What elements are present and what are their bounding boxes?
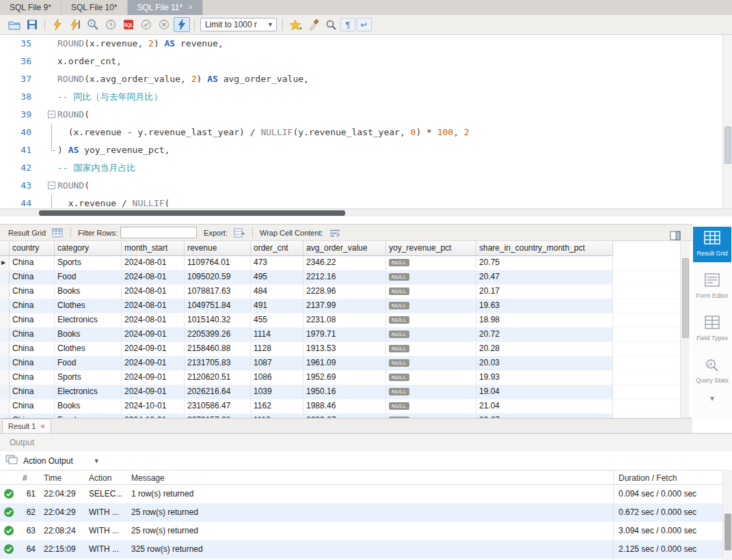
- grid-cell[interactable]: 495: [251, 270, 303, 284]
- editor-line[interactable]: 41) AS yoy_revenue_pct,: [0, 141, 732, 159]
- grid-cell[interactable]: Books: [55, 328, 122, 341]
- grid-cell[interactable]: Sports: [55, 371, 122, 384]
- grid-cell[interactable]: 1109764.01: [185, 256, 251, 270]
- grid-row[interactable]: ChinaFood2024-08-011095020.594952212.16N…: [0, 270, 680, 285]
- commit-icon[interactable]: [138, 17, 154, 32]
- grid-cell[interactable]: NULL: [386, 371, 476, 384]
- scrollbar-thumb[interactable]: [682, 258, 689, 338]
- rollback-icon[interactable]: [156, 17, 172, 32]
- grid-cell[interactable]: 2131705.83: [185, 356, 251, 370]
- tab-sql-file-10[interactable]: SQL File 10*: [62, 0, 128, 15]
- explain-icon[interactable]: [85, 17, 101, 32]
- grid-cell[interactable]: 20.72: [476, 328, 613, 341]
- grid-cell[interactable]: 1952.69: [303, 371, 386, 384]
- grid-cell[interactable]: Electronics: [55, 313, 122, 327]
- sidebar-item-field-types[interactable]: Field Types: [693, 311, 731, 347]
- grid-row[interactable]: ChinaBooks2024-09-012205399.2611141979.7…: [0, 328, 680, 342]
- grid-cell[interactable]: China: [10, 299, 55, 313]
- grid-cell[interactable]: China: [10, 270, 55, 284]
- grid-cell[interactable]: NULL: [386, 285, 476, 298]
- grid-cell[interactable]: China: [10, 313, 55, 327]
- break-on-error-icon[interactable]: SQL: [120, 17, 137, 32]
- stop-query-icon[interactable]: [103, 17, 119, 32]
- grid-cell[interactable]: China: [10, 356, 55, 370]
- grid-cell[interactable]: China: [10, 328, 55, 341]
- grid-cell[interactable]: 1913.53: [303, 342, 386, 356]
- grid-cell[interactable]: 2212.16: [303, 270, 386, 284]
- grid-cell[interactable]: 2024-09-01: [122, 385, 185, 399]
- editor-horizontal-scrollbar[interactable]: [0, 208, 732, 216]
- row-selector[interactable]: [0, 285, 10, 298]
- row-selector[interactable]: [0, 385, 10, 399]
- output-row[interactable]: 6322:08:24WITH ...25 row(s) returned3.09…: [0, 522, 732, 540]
- editor-line[interactable]: 36x.order_cnt,: [0, 53, 732, 70]
- grid-cell[interactable]: 2120620.51: [185, 371, 251, 384]
- grid-cell[interactable]: 1979.71: [303, 328, 386, 341]
- grid-cell[interactable]: 2024-08-01: [122, 313, 185, 327]
- grid-cell[interactable]: China: [10, 371, 55, 384]
- grid-cell[interactable]: 19.93: [476, 371, 613, 384]
- grid-cell[interactable]: Food: [55, 356, 122, 370]
- column-header-month_start[interactable]: month_start: [122, 241, 185, 256]
- grid-cell[interactable]: Electronics: [55, 385, 122, 399]
- tab-sql-file-9[interactable]: SQL File 9*: [0, 0, 62, 15]
- row-selector[interactable]: [0, 342, 10, 356]
- grid-row[interactable]: ChinaFood2024-09-012131705.8310871961.09…: [0, 356, 680, 371]
- chevron-down-icon[interactable]: ▼: [94, 458, 100, 464]
- row-selector[interactable]: [0, 270, 10, 284]
- output-view-selector[interactable]: Action Output: [23, 456, 73, 466]
- editor-line[interactable]: 40 (x.revenue - y.revenue_last_year) / N…: [0, 124, 732, 141]
- grid-cell[interactable]: 20.03: [476, 356, 613, 370]
- grid-cell[interactable]: 1162: [251, 400, 303, 413]
- grid-row[interactable]: ChinaElectronics2024-08-011015140.324552…: [0, 313, 680, 328]
- grid-cell[interactable]: 1095020.59: [185, 270, 251, 284]
- output-row[interactable]: 6122:04:29SELEC...1 row(s) returned0.094…: [0, 485, 732, 503]
- grid-cell[interactable]: 473: [251, 256, 303, 270]
- grid-cell[interactable]: NULL: [386, 328, 476, 341]
- grid-cell[interactable]: 19.63: [476, 299, 613, 313]
- close-icon[interactable]: ×: [40, 422, 44, 430]
- fold-marker-icon[interactable]: −: [31, 106, 57, 124]
- grid-cell[interactable]: 1078817.63: [185, 285, 251, 298]
- column-header-category[interactable]: category: [55, 241, 122, 256]
- grid-cell[interactable]: 1988.46: [303, 400, 386, 413]
- sidebar-more-icon[interactable]: ▼: [709, 395, 716, 402]
- grid-cell[interactable]: 20.75: [476, 256, 613, 270]
- grid-row[interactable]: ChinaClothes2024-09-012158460.8811281913…: [0, 342, 680, 356]
- editor-line[interactable]: 43−ROUND(: [0, 177, 732, 195]
- row-selector[interactable]: [0, 356, 10, 370]
- grid-cell[interactable]: 491: [251, 299, 303, 313]
- fold-marker-icon[interactable]: −: [31, 177, 57, 195]
- grid-cell[interactable]: 2158460.88: [185, 342, 251, 356]
- grid-cell[interactable]: 2205399.26: [185, 328, 251, 341]
- export-icon[interactable]: [231, 225, 247, 240]
- grid-cell[interactable]: Sports: [55, 256, 122, 270]
- sidebar-item-result-grid[interactable]: Result Grid: [693, 227, 731, 262]
- grid-row[interactable]: ChinaClothes2024-08-011049751.844912137.…: [0, 299, 680, 313]
- scrollbar-thumb[interactable]: [724, 514, 731, 550]
- grid-row[interactable]: ▶ChinaSports2024-08-011109764.014732346.…: [0, 256, 680, 270]
- grid-cell[interactable]: Clothes: [55, 342, 122, 356]
- editor-line[interactable]: 44 x.revenue / NULLIF(: [0, 195, 732, 208]
- sidebar-item-form-editor[interactable]: Form Editor: [693, 269, 731, 305]
- word-wrap-icon[interactable]: ↵: [357, 18, 372, 31]
- grid-cell[interactable]: 1086: [251, 371, 303, 384]
- tab-sql-file-11[interactable]: SQL File 11*×: [128, 0, 204, 15]
- grid-cell[interactable]: NULL: [386, 400, 476, 413]
- grid-cell[interactable]: 2346.22: [303, 256, 386, 270]
- row-selector[interactable]: [0, 371, 10, 384]
- grid-row[interactable]: ChinaBooks2024-08-011078817.634842228.96…: [0, 285, 680, 299]
- editor-line[interactable]: 37ROUND(x.avg_order_value, 2) AS avg_ord…: [0, 70, 732, 88]
- grid-cell[interactable]: 21.04: [476, 400, 613, 413]
- grid-cell[interactable]: 1114: [251, 328, 303, 341]
- grid-cell[interactable]: NULL: [386, 313, 476, 327]
- row-selector[interactable]: [0, 299, 10, 313]
- grid-cell[interactable]: Books: [55, 285, 122, 298]
- grid-cell[interactable]: 20.17: [476, 285, 613, 298]
- row-selector[interactable]: [0, 400, 10, 413]
- output-vertical-scrollbar[interactable]: [722, 470, 732, 560]
- grid-cell[interactable]: Clothes: [55, 299, 122, 313]
- grid-cell[interactable]: NULL: [386, 356, 476, 370]
- clean-icon[interactable]: [305, 17, 321, 32]
- grid-cell[interactable]: China: [10, 256, 55, 270]
